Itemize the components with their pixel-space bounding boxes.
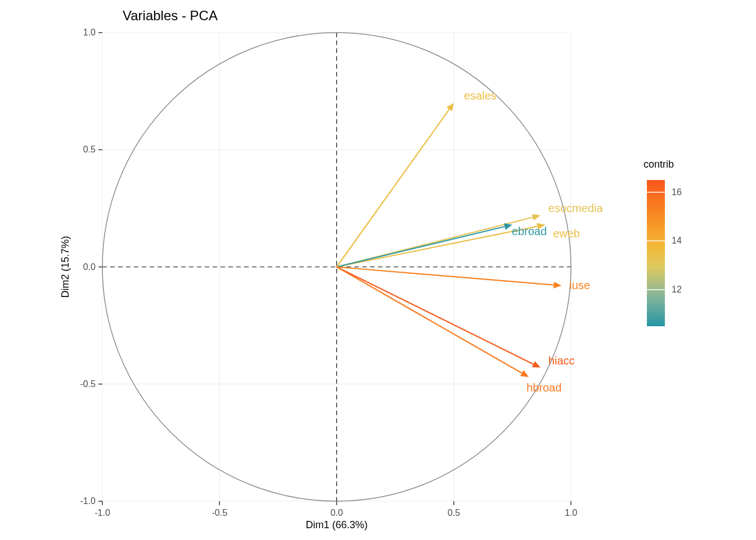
x-axis-title: Dim1 (66.3%) [305,519,367,530]
pca-label-hiacc: hiacc [548,354,575,367]
legend-tick-label: 12 [672,285,682,294]
y-tick-label: 0.5 [83,145,96,154]
x-tick-label: -0.5 [212,508,227,518]
pca-label-ebroad: ebroad [512,225,547,237]
y-axis-title: Dim2 (15.7%) [60,236,71,298]
pca-variable-plot: -1.0-0.50.00.51.0-1.0-0.50.00.51.0Dim1 (… [0,0,756,540]
x-tick-label: 0.5 [448,508,460,518]
pca-label-hbroad: hbroad [526,381,561,394]
pca-label-esocmedia: esocmedia [548,202,604,214]
x-tick-label: 1.0 [565,508,577,518]
legend-colorbar [647,180,665,326]
y-tick-label: 1.0 [83,28,96,37]
plot-title: Variables - PCA [123,8,218,23]
y-tick-label: -1.0 [80,496,96,506]
x-tick-label: 0.0 [330,508,343,518]
x-tick-label: -1.0 [94,508,110,518]
y-tick-label: 0.0 [83,262,96,272]
pca-label-esales: esales [464,89,497,102]
legend-tick-label: 14 [672,236,682,245]
pca-label-eweb: eweb [553,227,580,240]
y-tick-label: -0.5 [80,379,96,389]
pca-label-iuse: iuse [569,279,590,291]
legend-tick-label: 16 [672,187,682,197]
legend-title: contrib [644,159,674,170]
